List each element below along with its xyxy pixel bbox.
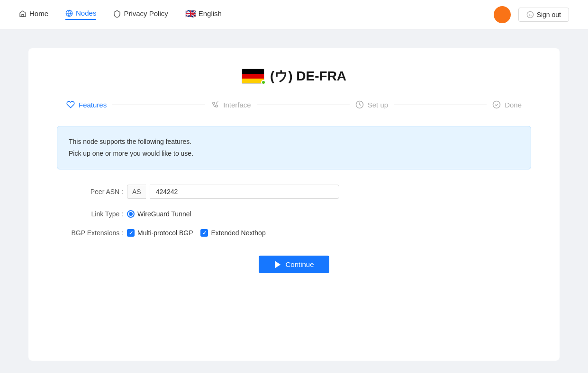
home-icon: [19, 10, 27, 18]
nav-items: Home Nodes Privacy Policy 🇬🇧 English: [19, 9, 494, 21]
sign-out-label: Sign out: [537, 11, 561, 18]
interface-step-label: Interface: [223, 101, 251, 109]
nav-nodes[interactable]: Nodes: [65, 9, 96, 20]
flag-icon: 🇬🇧: [185, 9, 196, 19]
continue-label: Continue: [285, 260, 314, 268]
step-setup: Set up: [355, 100, 388, 109]
step-done: Done: [492, 100, 522, 109]
step-line-1: [112, 105, 205, 105]
wireguard-option[interactable]: WireGuard Tunnel: [127, 210, 191, 218]
svg-marker-9: [276, 262, 280, 267]
flag-black: [242, 69, 264, 74]
google-icon: G: [526, 11, 534, 18]
features-step-label: Features: [79, 101, 107, 109]
step-line-2: [257, 105, 350, 105]
peer-asn-label: Peer ASN :: [66, 188, 123, 195]
heart-icon: [66, 100, 75, 109]
asn-input[interactable]: [150, 185, 339, 199]
svg-point-6: [216, 105, 218, 107]
extended-nexthop-label: Extended Nexthop: [211, 229, 265, 237]
svg-point-5: [213, 102, 215, 105]
flag-wrap: [242, 69, 264, 84]
radio-dot: [127, 210, 135, 218]
language-label: English: [199, 9, 222, 18]
sign-out-button[interactable]: G Sign out: [518, 8, 569, 22]
checkbox-row: ✓ Multi-protocol BGP ✓ Extended Nexthop: [127, 229, 266, 237]
privacy-label: Privacy Policy: [124, 9, 168, 18]
clock-icon: [355, 100, 364, 109]
link-type-label: Link Type :: [66, 210, 123, 218]
nav-language[interactable]: 🇬🇧 English: [185, 9, 222, 21]
continue-button[interactable]: Continue: [259, 256, 329, 273]
home-label: Home: [29, 9, 48, 18]
checkbox-box-multiprotocol: ✓: [127, 229, 135, 237]
node-title: (ウ) DE-FRA: [57, 67, 531, 85]
svg-point-8: [493, 101, 500, 108]
arrow-right-icon: [274, 261, 281, 268]
online-indicator: [261, 80, 266, 85]
bgp-label: BGP Extensions :: [66, 229, 123, 237]
flag-red: [242, 74, 264, 79]
checkbox-box-nexthop: ✓: [200, 229, 208, 237]
flag-yellow: [242, 79, 264, 83]
done-icon: [492, 100, 501, 109]
multiprotocol-checkbox[interactable]: ✓ Multi-protocol BGP: [127, 229, 193, 237]
interface-icon: [211, 100, 219, 109]
nodes-label: Nodes: [76, 9, 96, 17]
peer-asn-row: Peer ASN : AS: [66, 185, 522, 199]
info-line1: This node supports the following feature…: [69, 136, 519, 148]
svg-text:G: G: [529, 12, 532, 17]
main-content: (ウ) DE-FRA Features Interface: [0, 29, 588, 373]
step-interface: Interface: [211, 100, 251, 109]
multiprotocol-label: Multi-protocol BGP: [137, 229, 193, 237]
nodes-icon: [65, 9, 73, 17]
step-features: Features: [66, 100, 107, 109]
user-avatar[interactable]: [494, 6, 511, 23]
radio-dot-inner: [129, 212, 133, 216]
info-line2: Pick up one or more you would like to us…: [69, 148, 519, 160]
nav-right: G Sign out: [494, 6, 569, 23]
as-prefix: AS: [127, 185, 146, 199]
setup-step-label: Set up: [368, 101, 388, 109]
check-icon-nexthop: ✓: [202, 230, 207, 236]
nav-privacy[interactable]: Privacy Policy: [113, 9, 168, 19]
bgp-row: BGP Extensions : ✓ Multi-protocol BGP ✓ …: [66, 229, 522, 237]
steps-bar: Features Interface Set up: [57, 100, 531, 109]
check-icon-multiprotocol: ✓: [129, 230, 133, 236]
node-name: (ウ) DE-FRA: [270, 67, 346, 85]
extended-nexthop-checkbox[interactable]: ✓ Extended Nexthop: [200, 229, 265, 237]
main-card: (ウ) DE-FRA Features Interface: [28, 48, 560, 361]
shield-icon: [113, 10, 121, 18]
link-type-row: Link Type : WireGuard Tunnel: [66, 210, 522, 218]
form-section: Peer ASN : AS Link Type : WireGuard Tunn…: [57, 185, 531, 237]
continue-section: Continue: [57, 256, 531, 273]
done-step-label: Done: [505, 101, 522, 109]
wireguard-label: WireGuard Tunnel: [137, 210, 191, 218]
step-line-3: [394, 105, 487, 105]
navbar: Home Nodes Privacy Policy 🇬🇧 English: [0, 0, 588, 29]
info-box: This node supports the following feature…: [57, 126, 531, 169]
nav-home[interactable]: Home: [19, 9, 48, 19]
svg-rect-0: [22, 14, 24, 17]
